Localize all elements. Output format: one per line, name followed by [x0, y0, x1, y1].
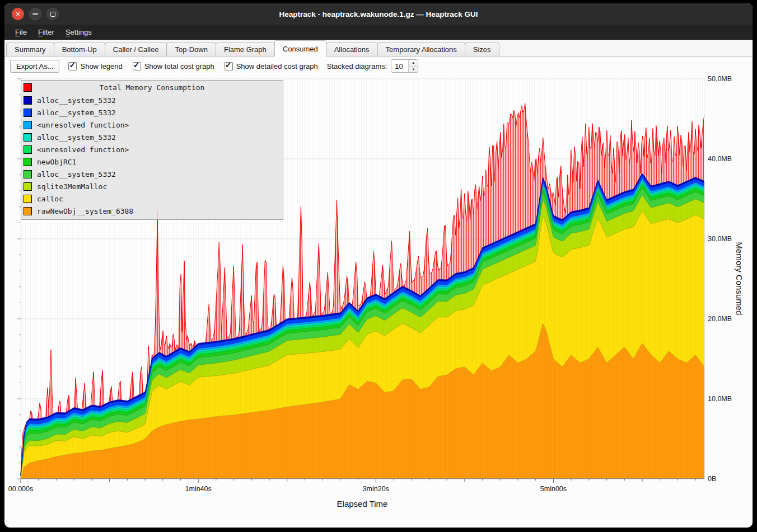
tab-bottom-up[interactable]: Bottom-Up [54, 43, 105, 56]
tab-allocations[interactable]: Allocations [326, 43, 378, 56]
tab-summary[interactable]: Summary [6, 43, 54, 56]
x-axis-title: Elapsed Time [337, 499, 388, 509]
checkbox-label: Show detailed cost graph [236, 62, 318, 70]
titlebar: ✕ Heaptrack - heaptrack.wakunode.1.gz — … [4, 3, 753, 25]
legend-label: calloc [37, 195, 63, 203]
legend-item: newObjRC1 [21, 156, 283, 168]
checkbox-label: Show total cost graph [144, 62, 214, 70]
y-axis-tick: 40,0MB [708, 155, 732, 163]
legend-swatch [24, 96, 32, 105]
checkbox-show-total-cost-graph[interactable]: ✓Show total cost graph [133, 62, 214, 70]
toolbar: Export As... ✓Show legend✓Show total cos… [4, 57, 753, 76]
y-axis-tick: 50,0MB [708, 75, 732, 83]
legend-swatch [24, 158, 32, 166]
legend-item: <unresolved function> [21, 143, 283, 156]
tab-top-down[interactable]: Top-Down [166, 43, 216, 56]
x-axis-tick: 1min40s [185, 485, 212, 493]
legend-item: alloc__system_5332 [21, 168, 283, 180]
spin-buttons: ▴ ▾ [408, 60, 418, 72]
checkbox-group: ✓Show legend✓Show total cost graph✓Show … [68, 62, 317, 70]
minimize-icon [32, 13, 38, 15]
menu-file[interactable]: File [10, 26, 32, 38]
legend-swatch [24, 121, 32, 129]
checkbox-label: Show legend [80, 62, 122, 70]
legend-swatch [24, 133, 32, 142]
tab-temporary-allocations[interactable]: Temporary Allocations [377, 43, 465, 56]
legend-swatch [24, 109, 32, 117]
legend-item: sqlite3MemMalloc [21, 180, 283, 192]
checkbox-box: ✓ [133, 62, 141, 70]
legend-label: <unresolved function> [37, 121, 129, 129]
chart-legend: Total Memory Consumption alloc__system_5… [21, 80, 283, 220]
legend-items: alloc__system_5332alloc__system_5332<unr… [21, 94, 283, 217]
x-axis-tick: 5min00s [540, 485, 567, 493]
legend-item: <unresolved function> [21, 119, 283, 131]
legend-label: sqlite3MemMalloc [37, 182, 107, 191]
stacked-diagrams-spinbox[interactable]: 10 ▴ ▾ [391, 59, 418, 73]
heaptrack-window: ✕ Heaptrack - heaptrack.wakunode.1.gz — … [4, 3, 753, 528]
tab-flame-graph[interactable]: Flame Graph [216, 43, 275, 56]
window-title: Heaptrack - heaptrack.wakunode.1.gz — He… [279, 10, 478, 18]
stacked-diagrams-label: Stacked diagrams: [327, 62, 387, 70]
y-axis-tick: 0B [708, 475, 716, 483]
close-icon: ✕ [15, 11, 20, 17]
legend-swatch [24, 195, 32, 203]
legend-label: <unresolved function> [37, 145, 129, 154]
close-button[interactable]: ✕ [12, 8, 24, 20]
y-axis-tick: 30,0MB [708, 235, 732, 243]
legend-label: rawNewObj__system_6388 [37, 207, 133, 215]
stacked-diagrams-control: Stacked diagrams: 10 ▴ ▾ [327, 59, 419, 73]
legend-item: rawNewObj__system_6388 [21, 205, 283, 217]
checkbox-box: ✓ [225, 62, 233, 70]
legend-swatch [24, 182, 32, 191]
legend-label: newObjRC1 [37, 158, 76, 166]
x-axis-tick: 00.000s [8, 485, 33, 493]
tab-caller-callee[interactable]: Caller / Callee [105, 43, 167, 56]
menu-filter[interactable]: Filter [33, 26, 59, 38]
maximize-button[interactable] [46, 8, 59, 20]
legend-swatch [24, 145, 32, 154]
legend-label: alloc__system_5332 [37, 96, 116, 105]
menubar: FileFilterSettings [4, 25, 753, 40]
tab-consumed[interactable]: Consumed [274, 40, 326, 57]
legend-label: alloc__system_5332 [37, 133, 116, 142]
legend-swatch [24, 207, 32, 215]
tab-bar: SummaryBottom-UpCaller / CalleeTop-DownF… [4, 40, 753, 57]
legend-swatch [24, 170, 32, 178]
maximize-icon [50, 12, 55, 17]
tab-sizes[interactable]: Sizes [465, 43, 499, 56]
window-controls: ✕ [12, 3, 59, 25]
y-axis-tick: 10,0MB [708, 395, 732, 403]
checkbox-box: ✓ [68, 62, 77, 70]
legend-item: alloc__system_5332 [21, 106, 283, 119]
export-as-button[interactable]: Export As... [10, 60, 59, 73]
spin-up-button[interactable]: ▴ [409, 60, 418, 66]
legend-item: calloc [21, 192, 283, 205]
x-axis-tick: 3min20s [363, 485, 389, 493]
stacked-diagrams-value[interactable]: 10 [391, 60, 408, 72]
menu-settings[interactable]: Settings [60, 26, 97, 38]
legend-item: alloc__system_5332 [21, 131, 283, 143]
legend-title-row: Total Memory Consumption [21, 82, 283, 94]
spin-down-button[interactable]: ▾ [409, 66, 418, 73]
y-axis-title: Memory Consumed [735, 242, 744, 316]
y-axis-tick: 20,0MB [708, 315, 732, 323]
legend-label: alloc__system_5332 [37, 109, 116, 117]
legend-item: alloc__system_5332 [21, 94, 283, 106]
legend-label: alloc__system_5332 [37, 170, 116, 178]
minimize-button[interactable] [29, 8, 41, 20]
checkbox-show-detailed-cost-graph[interactable]: ✓Show detailed cost graph [225, 62, 318, 70]
checkbox-show-legend[interactable]: ✓Show legend [68, 62, 122, 70]
legend-title: Total Memory Consumption [21, 83, 283, 92]
